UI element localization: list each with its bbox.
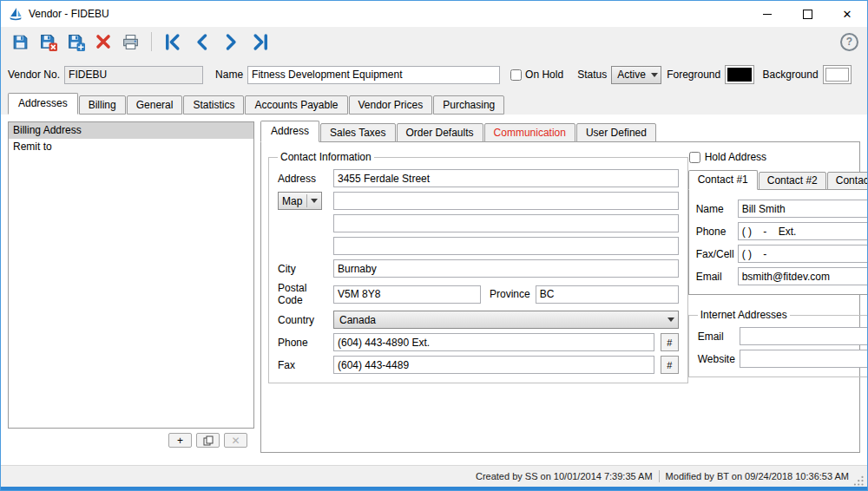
on-hold-label: On Hold — [525, 69, 563, 81]
country-label: Country — [278, 314, 333, 326]
contact-phone-input[interactable] — [738, 222, 868, 240]
close-button[interactable]: ✕ — [827, 1, 867, 27]
contact-name-label: Name — [696, 203, 738, 215]
background-swatch[interactable] — [823, 65, 852, 84]
vendor-no-input[interactable] — [64, 66, 203, 84]
phone-dial-button[interactable]: # — [661, 333, 679, 351]
chevron-down-icon — [651, 73, 658, 77]
main-tab-general[interactable]: General — [127, 95, 183, 115]
main-tab-purchasing[interactable]: Purchasing — [433, 95, 504, 115]
website-label: Website — [698, 353, 740, 365]
contact-tabstrip: Contact #1 Contact #2 Contact #3 — [688, 171, 868, 190]
add-address-button[interactable]: + — [168, 433, 192, 448]
maximize-icon — [803, 10, 812, 19]
main-tab-addresses[interactable]: Addresses — [8, 93, 78, 115]
website-input[interactable] — [740, 350, 868, 368]
maximize-button[interactable] — [787, 1, 827, 27]
on-hold-checkbox[interactable] — [510, 69, 522, 81]
country-select[interactable]: Canada — [333, 311, 679, 329]
last-record-icon — [251, 32, 271, 52]
status-bar: Created by SS on 10/01/2014 7:39:35 AM M… — [1, 465, 867, 487]
name-input[interactable] — [247, 66, 500, 84]
nav-prev-button[interactable] — [190, 30, 214, 54]
save-new-button[interactable] — [65, 31, 87, 53]
hold-address-row: Hold Address — [688, 151, 868, 163]
contact-email-label: Email — [696, 271, 738, 283]
chevron-down-icon — [667, 318, 674, 322]
contact-tab-3[interactable]: Contact #3 — [827, 172, 868, 190]
main-tab-billing[interactable]: Billing — [79, 95, 126, 115]
postal-code-input[interactable] — [333, 285, 481, 304]
resize-grip[interactable] — [853, 475, 865, 487]
sub-tab-communication[interactable]: Communication — [484, 123, 575, 142]
address-list: Billing Address Remit to — [8, 121, 254, 429]
first-record-icon — [162, 32, 182, 52]
contact-faxcell-label: Fax/Cell — [696, 248, 738, 260]
save-close-icon — [39, 33, 57, 51]
sub-tab-user-defined[interactable]: User Defined — [576, 123, 656, 142]
save-close-button[interactable] — [37, 31, 59, 53]
internet-email-input[interactable] — [740, 327, 868, 345]
contact-side-panel: Hold Address Contact #1 Contact #2 Conta… — [688, 151, 868, 443]
nav-first-button[interactable] — [161, 30, 184, 54]
map-button[interactable]: Map — [278, 192, 322, 210]
nav-next-button[interactable] — [220, 30, 243, 54]
previous-record-icon — [192, 32, 212, 52]
created-info: Created by SS on 10/01/2014 7:39:35 AM — [476, 471, 653, 481]
city-input[interactable] — [333, 259, 679, 278]
address-panel: Contact Information Address Map — [260, 141, 860, 453]
address-list-column: Billing Address Remit to + ✕ — [8, 121, 254, 465]
help-button[interactable]: ? — [840, 33, 858, 51]
map-button-label: Map — [282, 195, 302, 207]
main-tab-statistics[interactable]: Statistics — [183, 95, 244, 115]
province-input[interactable] — [536, 285, 679, 304]
address-line4-input[interactable] — [333, 237, 679, 255]
address-list-item-remit[interactable]: Remit to — [9, 139, 253, 155]
address-list-item-billing[interactable]: Billing Address — [9, 122, 253, 139]
province-label: Province — [490, 288, 530, 300]
city-label: City — [278, 263, 333, 275]
sub-tab-order-defaults[interactable]: Order Defaults — [397, 123, 483, 142]
address-line3-input[interactable] — [333, 214, 679, 232]
nav-last-button[interactable] — [249, 30, 273, 54]
contact-phone-label: Phone — [696, 226, 738, 238]
internet-addresses-legend: Internet Addresses — [698, 309, 790, 321]
background-label: Background — [763, 69, 819, 81]
phone-input[interactable] — [333, 333, 654, 351]
map-button-divider — [306, 194, 307, 207]
sub-tab-address[interactable]: Address — [260, 121, 319, 142]
status-label: Status — [577, 69, 607, 81]
foreground-swatch[interactable] — [725, 65, 753, 84]
contact-name-input[interactable] — [738, 200, 868, 218]
sub-tab-sales-taxes[interactable]: Sales Taxes — [320, 123, 395, 142]
address-line2-input[interactable] — [333, 192, 679, 210]
contact-email-input[interactable] — [738, 267, 868, 285]
hold-address-label: Hold Address — [705, 151, 766, 163]
hold-address-checkbox[interactable] — [689, 152, 700, 163]
delete-icon — [95, 33, 112, 50]
contact-faxcell-input[interactable] — [738, 245, 868, 263]
main-tab-vendor-prices[interactable]: Vendor Prices — [349, 95, 433, 115]
minimize-button[interactable] — [747, 1, 787, 27]
main-tab-accounts-payable[interactable]: Accounts Payable — [245, 95, 347, 115]
save-button[interactable] — [10, 31, 31, 53]
address-line1-input[interactable] — [333, 169, 679, 187]
country-value: Canada — [339, 314, 376, 326]
delete-address-button[interactable]: ✕ — [224, 433, 247, 448]
contact-information-legend: Contact Information — [278, 151, 374, 163]
contact-panel: Name Phone # Fax/Cell # — [688, 189, 868, 295]
background-color — [825, 68, 849, 82]
print-button[interactable] — [120, 31, 141, 53]
copy-address-button[interactable] — [196, 433, 220, 448]
contact-tab-2[interactable]: Contact #2 — [759, 172, 826, 190]
fax-dial-button[interactable]: # — [661, 356, 679, 374]
modified-info: Modified by BT on 09/24/2018 10:36:53 AM — [666, 471, 849, 481]
status-select[interactable]: Active — [611, 66, 661, 84]
contact-tab-1[interactable]: Contact #1 — [688, 170, 758, 190]
internet-addresses-group: Internet Addresses Email > Website > — [688, 309, 868, 377]
copy-icon — [203, 435, 214, 446]
delete-button[interactable] — [93, 31, 114, 52]
address-detail-column: Address Sales Taxes Order Defaults Commu… — [260, 121, 860, 465]
fax-input[interactable] — [333, 356, 654, 374]
status-bar-separator — [659, 470, 660, 482]
